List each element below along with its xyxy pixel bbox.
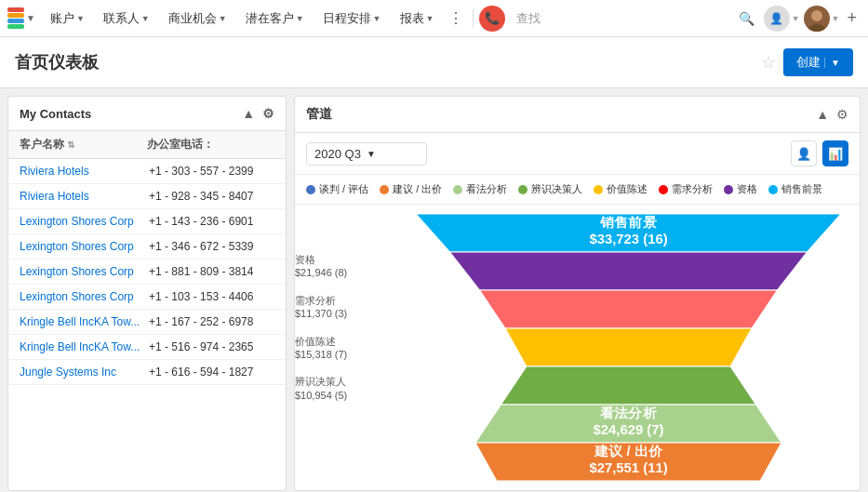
legend-item: 看法分析: [453, 182, 507, 196]
legend-dot: [594, 185, 603, 194]
nav-opportunities[interactable]: 商业机会 ▼: [161, 0, 234, 37]
legend-dot: [659, 185, 668, 194]
collapse-icon[interactable]: ▲: [242, 106, 255, 121]
app-logo[interactable]: ▼: [7, 7, 35, 29]
nav-reports[interactable]: 报表 ▼: [393, 0, 442, 37]
pipeline-panel: 管道 ▲ ⚙ 2020 Q3 ▼ 👤 📊 谈判 / 评估 建议 / 出价 看法分…: [294, 96, 861, 491]
table-row[interactable]: Lexington Shores Corp +1 - 103 - 153 - 4…: [8, 285, 286, 310]
pipeline-title: 管道: [306, 106, 332, 123]
contact-name: Jungle Systems Inc: [20, 366, 149, 379]
collapse-pipeline-icon[interactable]: ▲: [816, 107, 829, 122]
phone-button[interactable]: 📞: [479, 6, 505, 32]
legend-dot: [453, 185, 462, 194]
table-row[interactable]: Jungle Systems Inc +1 - 616 - 594 - 1827: [8, 360, 286, 385]
contact-phone: +1 - 143 - 236 - 6901: [149, 215, 274, 228]
contact-phone: +1 - 516 - 974 - 2365: [149, 340, 274, 353]
legend-dot: [518, 185, 527, 194]
contacts-table: 客户名称 ⇅ 办公室电话： Riviera Hotels +1 - 303 - …: [8, 131, 286, 490]
nav-accounts[interactable]: 账户 ▼: [43, 0, 92, 37]
funnel-svg-container: 销售前景$33,723 (16)看法分析$24,629 (7)建议 / 出价$2…: [416, 214, 841, 481]
legend-label: 看法分析: [466, 182, 507, 196]
view-toggle: 👤 📊: [791, 140, 848, 166]
table-row[interactable]: Lexington Shores Corp +1 - 143 - 236 - 6…: [8, 209, 286, 234]
funnel-svg: 销售前景$33,723 (16)看法分析$24,629 (7)建议 / 出价$2…: [416, 214, 841, 481]
select-arrow-icon: ▼: [367, 149, 376, 159]
contact-phone: +1 - 103 - 153 - 4406: [149, 290, 274, 303]
chevron-down-icon: ▼: [141, 14, 150, 23]
nav-leads[interactable]: 潜在客户 ▼: [238, 0, 312, 37]
create-dropdown-arrow[interactable]: ▼: [824, 58, 840, 68]
col-phone-header: 办公室电话：: [147, 137, 274, 153]
pipeline-toolbar: 2020 Q3 ▼ 👤 📊: [295, 133, 860, 175]
pipeline-legend: 谈判 / 评估 建议 / 出价 看法分析 辨识决策人 价值陈述 需求分析 资格 …: [295, 175, 860, 205]
search-icon[interactable]: 🔍: [733, 11, 760, 26]
create-button[interactable]: 创建 ▼: [783, 48, 853, 76]
legend-label: 价值陈述: [607, 182, 648, 196]
funnel-label-value: $11,370 (3): [295, 307, 347, 320]
contact-phone: +1 - 616 - 594 - 1827: [149, 366, 274, 379]
table-row[interactable]: Riviera Hotels +1 - 303 - 557 - 2399: [8, 159, 286, 184]
legend-item: 辨识决策人: [518, 182, 582, 196]
funnel-outside-label: 需求分析$11,370 (3): [295, 294, 347, 321]
page-header: 首页仪表板 ☆ 创建 ▼: [0, 37, 868, 88]
legend-item: 销售前景: [768, 182, 822, 196]
funnel-label-value: $21,946 (8): [295, 266, 347, 279]
quarter-select[interactable]: 2020 Q3 ▼: [306, 142, 427, 166]
funnel-labels: 资格$21,946 (8)需求分析$11,370 (3)价值陈述$15,318 …: [295, 205, 397, 490]
table-row[interactable]: Lexington Shores Corp +1 - 881 - 809 - 3…: [8, 259, 286, 285]
nav-divider: [473, 9, 474, 28]
funnel-layer: [450, 252, 808, 290]
pipeline-settings-icon[interactable]: ⚙: [836, 107, 848, 122]
legend-item: 需求分析: [659, 182, 713, 196]
legend-label: 需求分析: [672, 182, 713, 196]
add-icon[interactable]: +: [843, 8, 861, 28]
more-options-icon[interactable]: ⋮: [445, 9, 467, 27]
svg-point-1: [808, 24, 826, 32]
contact-phone: +1 - 928 - 345 - 8407: [149, 190, 274, 203]
legend-item: 资格: [724, 182, 757, 196]
contacts-table-header: 客户名称 ⇅ 办公室电话：: [8, 131, 286, 159]
user-arrow: ▼: [832, 14, 840, 23]
table-row[interactable]: Kringle Bell IncKA Tow... +1 - 516 - 974…: [8, 335, 286, 360]
legend-item: 建议 / 出价: [380, 182, 442, 196]
funnel-layer-value: $27,551 (11): [589, 460, 667, 475]
funnel-label-name: 需求分析: [295, 294, 347, 307]
user-avatar[interactable]: [804, 6, 830, 32]
notifications-avatar[interactable]: 👤: [764, 6, 790, 32]
top-navigation: ▼ 账户 ▼ 联系人 ▼ 商业机会 ▼ 潜在客户 ▼ 日程安排 ▼ 报表 ▼ ⋮…: [0, 0, 868, 37]
contact-name: Lexington Shores Corp: [20, 265, 149, 278]
legend-label: 销售前景: [781, 182, 822, 196]
funnel-layer-value: $24,629 (7): [594, 422, 664, 437]
table-row[interactable]: Kringle Bell IncKA Tow... +1 - 167 - 252…: [8, 310, 286, 335]
settings-icon[interactable]: ⚙: [262, 106, 274, 121]
chevron-down-icon: ▼: [76, 14, 85, 23]
funnel-outside-label: 辨识决策人$10,954 (5): [295, 375, 347, 402]
chart-view-btn[interactable]: 📊: [822, 140, 848, 166]
funnel-layer: [480, 290, 778, 328]
favorite-icon[interactable]: ☆: [761, 52, 776, 73]
legend-dot: [768, 185, 778, 194]
sort-icon[interactable]: ⇅: [67, 140, 74, 150]
contact-name: Lexington Shores Corp: [20, 215, 149, 228]
funnel-layer-value: $33,723 (16): [589, 232, 667, 246]
contacts-list: Riviera Hotels +1 - 303 - 557 - 2399 Riv…: [8, 159, 286, 385]
funnel-layer: [501, 366, 755, 405]
contact-phone: +1 - 346 - 672 - 5339: [149, 240, 274, 253]
funnel-layer-label: 销售前景: [599, 215, 657, 230]
avatar-arrow: ▼: [792, 14, 800, 23]
nav-schedule[interactable]: 日程安排 ▼: [315, 0, 389, 37]
funnel-label-name: 资格: [295, 253, 347, 266]
legend-label: 辨识决策人: [531, 182, 582, 196]
contact-name: Riviera Hotels: [20, 165, 149, 178]
table-row[interactable]: Riviera Hotels +1 - 928 - 345 - 8407: [8, 184, 286, 209]
nav-contacts[interactable]: 联系人 ▼: [96, 0, 157, 37]
legend-item: 价值陈述: [594, 182, 648, 196]
contact-name: Kringle Bell IncKA Tow...: [20, 315, 149, 328]
list-view-btn[interactable]: 👤: [791, 140, 817, 166]
legend-dot: [724, 185, 733, 194]
contact-name: Riviera Hotels: [20, 190, 149, 203]
main-content: My Contacts ▲ ⚙ 客户名称 ⇅ 办公室电话： Riviera Ho…: [0, 88, 868, 492]
table-row[interactable]: Lexington Shores Corp +1 - 346 - 672 - 5…: [8, 234, 286, 259]
legend-item: 谈判 / 评估: [306, 182, 368, 196]
funnel-layer: [505, 328, 752, 366]
